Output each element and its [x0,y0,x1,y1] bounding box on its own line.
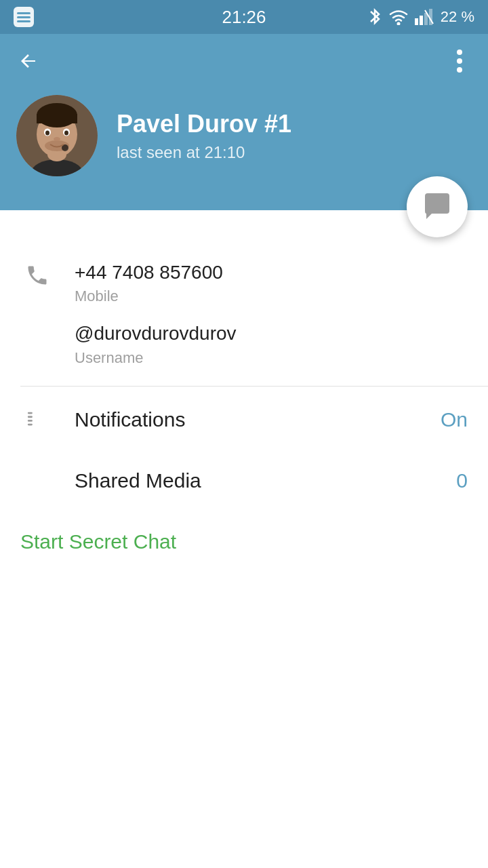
more-options-button[interactable] [443,45,476,77]
svg-point-25 [54,137,60,141]
svg-rect-2 [17,16,30,18]
svg-point-10 [457,50,462,55]
svg-rect-1 [17,12,30,14]
profile-header: Pavel Durov #1 last seen at 21:10 [0,88,488,210]
battery-text: 22 % [441,8,474,26]
shared-media-label: Shared Media [75,469,201,492]
app-icon [14,7,34,27]
back-button[interactable] [12,45,45,77]
secret-chat-row[interactable]: Start Secret Chat [0,511,488,572]
svg-rect-18 [37,114,77,123]
notifications-label: Notifications [75,408,185,431]
shared-media-row-left: Shared Media [20,469,201,492]
notifications-icon [20,408,54,431]
signal-icon [415,9,434,25]
message-fab-button[interactable] [407,176,468,237]
svg-point-4 [396,22,400,26]
username-row: @durovdurovdurov Username [0,321,488,382]
profile-name: Pavel Durov #1 [117,109,472,138]
avatar [16,95,98,176]
status-bar-right: 22 % [367,8,474,26]
shared-media-value: 0 [456,469,468,492]
shared-media-row[interactable]: Shared Media 0 [0,450,488,511]
status-bar-time: 21:26 [222,7,266,28]
svg-point-12 [457,67,462,73]
svg-point-22 [64,131,68,136]
svg-rect-26 [28,412,33,414]
notifications-value: On [441,408,468,431]
wifi-icon [389,9,408,25]
phone-row: +44 7408 857600 Mobile [0,244,488,321]
status-bar: 21:26 22 % [0,0,488,34]
toolbar [0,34,488,88]
phone-type: Mobile [75,288,468,305]
notifications-row-left: Notifications [20,408,185,431]
status-bar-left [14,7,34,27]
username-text: @durovdurovdurov Username [75,321,468,366]
secret-chat-label: Start Secret Chat [20,530,176,553]
username-icon-spacer [20,321,54,324]
svg-rect-5 [415,18,418,25]
svg-rect-6 [420,16,423,25]
bluetooth-icon [367,8,382,26]
svg-point-21 [45,131,49,136]
username-label: Username [75,349,468,367]
content-area: +44 7408 857600 Mobile @durovdurovdurov … [0,210,488,572]
svg-rect-3 [17,20,30,22]
profile-info: Pavel Durov #1 last seen at 21:10 [117,109,472,161]
phone-icon [20,260,54,288]
svg-rect-29 [28,423,33,425]
profile-status: last seen at 21:10 [117,143,472,162]
section-divider [20,386,488,387]
phone-number: +44 7408 857600 [75,260,468,285]
notifications-row[interactable]: Notifications On [0,389,488,450]
svg-rect-28 [28,420,33,422]
phone-text: +44 7408 857600 Mobile [75,260,468,305]
svg-point-11 [457,58,462,64]
svg-rect-27 [28,416,33,418]
username-value: @durovdurovdurov [75,321,468,346]
